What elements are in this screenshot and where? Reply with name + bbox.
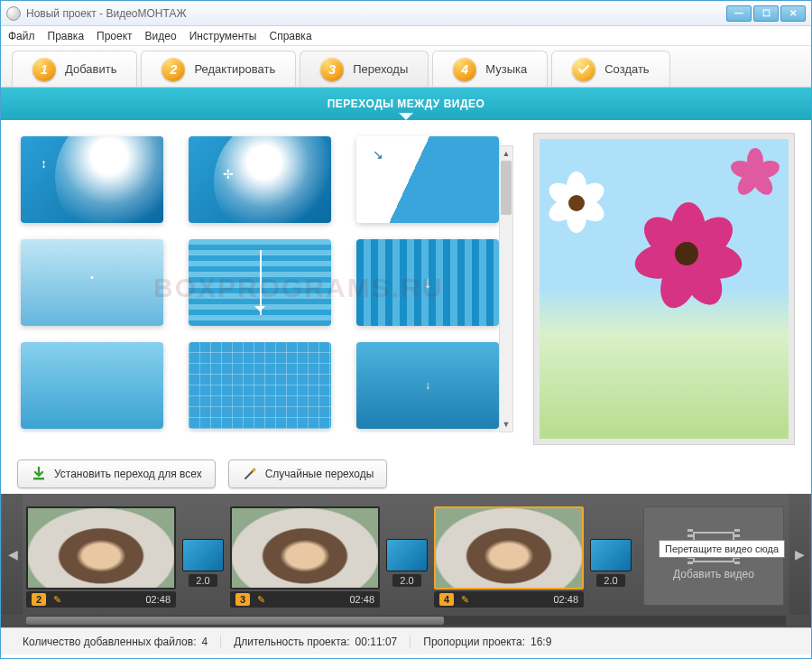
- clip-number: 3: [235, 593, 250, 606]
- minimize-button[interactable]: —: [726, 5, 752, 22]
- transition-thumb[interactable]: ↓: [356, 239, 499, 326]
- menu-help[interactable]: Справка: [269, 30, 311, 42]
- transitions-gallery: ↕ ✢ ↘ • ↓ ↓: [17, 133, 519, 432]
- random-button[interactable]: Случайные переходы: [228, 459, 388, 488]
- clip-infobar: 2 ✎ 02:48: [26, 591, 176, 608]
- transition-thumb-icon: [386, 539, 428, 571]
- tab-create-label: Создать: [604, 62, 649, 76]
- statusbar: Количество добавленных файлов: 4 Длитель…: [1, 627, 811, 654]
- transition-slot[interactable]: 2.0: [181, 539, 225, 587]
- clip-duration: 02:48: [553, 594, 578, 605]
- menu-file[interactable]: Файл: [8, 30, 35, 42]
- clip-thumbnail: [230, 506, 380, 589]
- window-title: Новый проект - ВидеоМОНТАЖ: [26, 7, 726, 20]
- status-files-label: Количество добавленных файлов:: [23, 636, 196, 648]
- status-files-value: 4: [201, 636, 208, 648]
- tab-edit-label: Редактировать: [194, 62, 275, 76]
- step-1-badge: 1: [32, 58, 56, 81]
- transition-thumb[interactable]: [21, 342, 163, 429]
- gallery-scrollbar[interactable]: ▲ ▼: [499, 145, 513, 432]
- clip-duration: 02:48: [145, 594, 171, 605]
- check-icon: [577, 62, 591, 77]
- tab-add[interactable]: 1 Добавить: [12, 51, 137, 87]
- transition-thumb[interactable]: •: [21, 239, 163, 326]
- transition-thumb[interactable]: ✢: [189, 136, 331, 223]
- download-arrow-icon: [31, 466, 47, 482]
- status-ratio-label: Пропорции проекта:: [423, 636, 525, 648]
- svg-rect-0: [33, 478, 44, 480]
- menu-edit[interactable]: Правка: [48, 30, 85, 42]
- edit-icon[interactable]: ✎: [461, 594, 469, 606]
- drop-add-label: Добавить видео: [673, 568, 754, 580]
- close-button[interactable]: ✕: [780, 5, 806, 22]
- apply-all-button[interactable]: Установить переход для всех: [17, 459, 216, 488]
- menu-video[interactable]: Видео: [145, 30, 177, 42]
- step-3-badge: 3: [320, 58, 344, 81]
- step-check-badge: [572, 58, 595, 81]
- transition-slot[interactable]: 2.0: [385, 539, 429, 587]
- tab-edit[interactable]: 2 Редактировать: [141, 51, 296, 87]
- scroll-down-icon[interactable]: ▼: [500, 417, 512, 432]
- timeline-clip[interactable]: 3 ✎ 02:48: [230, 506, 380, 608]
- clip-infobar: 4 ✎ 02:48: [434, 591, 584, 608]
- tab-create[interactable]: Создать: [551, 51, 669, 87]
- timeline-scrollbar[interactable]: [26, 616, 786, 626]
- status-ratio-value: 16:9: [531, 636, 551, 648]
- timeline-prev-button[interactable]: ◀: [3, 494, 23, 615]
- maximize-button[interactable]: ☐: [753, 5, 779, 22]
- timeline: ◀ ▶ 2 ✎ 02:48 2.0 3 ✎ 02:48 2.0 4 ✎ 02:4…: [1, 494, 811, 627]
- transition-slot[interactable]: 2.0: [589, 539, 632, 587]
- transition-duration: 2.0: [189, 574, 217, 587]
- drop-tooltip: Перетащите видео сюда: [659, 540, 785, 558]
- app-icon: [6, 6, 21, 21]
- step-4-badge: 4: [453, 58, 476, 81]
- preview-image: [540, 139, 789, 439]
- timeline-clip-selected[interactable]: 4 ✎ 02:48: [434, 506, 584, 608]
- edit-icon[interactable]: ✎: [257, 594, 265, 606]
- random-label: Случайные переходы: [265, 468, 374, 480]
- clip-number: 4: [439, 593, 454, 606]
- timeline-next-button[interactable]: ▶: [789, 494, 809, 615]
- workarea: ↕ ✢ ↘ • ↓ ↓ ▲ ▼: [1, 120, 811, 454]
- tab-music[interactable]: 4 Музыка: [432, 51, 548, 87]
- drop-video-slot[interactable]: Добавить видео Перетащите видео сюда: [643, 506, 784, 606]
- status-duration-label: Длительность проекта:: [234, 636, 349, 648]
- magic-wand-icon: [242, 466, 258, 482]
- clip-infobar: 3 ✎ 02:48: [230, 591, 380, 608]
- menu-tools[interactable]: Инструменты: [189, 30, 257, 42]
- action-buttons: Установить переход для всех Случайные пе…: [1, 454, 811, 494]
- tab-music-label: Музыка: [485, 62, 527, 76]
- timeline-clip[interactable]: 2 ✎ 02:48: [26, 506, 176, 608]
- scroll-handle[interactable]: [501, 161, 512, 215]
- transition-thumb-icon: [590, 539, 632, 571]
- step-2-badge: 2: [161, 58, 185, 81]
- banner-title: ПЕРЕХОДЫ МЕЖДУ ВИДЕО: [328, 97, 485, 110]
- preview-panel: [533, 133, 795, 445]
- transition-duration: 2.0: [596, 574, 624, 587]
- tab-add-label: Добавить: [65, 62, 116, 76]
- step-tabs: 1 Добавить 2 Редактировать 3 Переходы 4 …: [1, 46, 811, 88]
- transition-thumb[interactable]: ↓: [356, 342, 499, 429]
- titlebar: Новый проект - ВидеоМОНТАЖ — ☐ ✕: [1, 1, 811, 26]
- scroll-up-icon[interactable]: ▲: [500, 146, 512, 161]
- clip-duration: 02:48: [349, 594, 374, 605]
- transition-thumb[interactable]: [189, 239, 331, 326]
- edit-icon[interactable]: ✎: [53, 594, 61, 606]
- menubar: Файл Правка Проект Видео Инструменты Спр…: [1, 26, 811, 46]
- transition-thumb[interactable]: ↘: [356, 136, 499, 223]
- transition-thumb[interactable]: [189, 342, 331, 429]
- tab-transitions[interactable]: 3 Переходы: [300, 51, 429, 87]
- clip-thumbnail: [434, 506, 584, 589]
- transition-thumb[interactable]: ↕: [21, 136, 163, 223]
- transition-duration: 2.0: [392, 574, 420, 587]
- menu-project[interactable]: Проект: [97, 30, 133, 42]
- clip-number: 2: [32, 593, 46, 606]
- apply-all-label: Установить переход для всех: [54, 468, 202, 480]
- section-banner: ПЕРЕХОДЫ МЕЖДУ ВИДЕО: [1, 88, 811, 120]
- status-duration-value: 00:11:07: [355, 636, 398, 648]
- timeline-scroll-handle[interactable]: [26, 617, 444, 625]
- tab-transitions-label: Переходы: [353, 62, 408, 76]
- transition-thumb-icon: [182, 539, 224, 571]
- clip-thumbnail: [26, 506, 176, 589]
